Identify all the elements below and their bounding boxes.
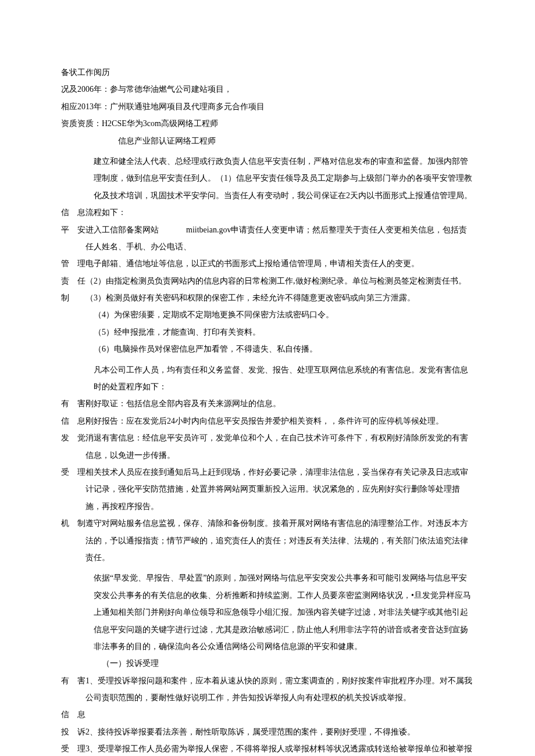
s2-p6: 遵守对网站服务信息监视，保存、清除和备份制度。接着开展对网络有害信息的清理整治工… xyxy=(85,515,474,566)
s2-p5: 相关技术人员应在接到通知后马上赶到现场，作好必要记录，清理非法信息，妥当保存有关… xyxy=(85,464,474,515)
s1-p6: （3）检测员做好有关密码和权限的保密工作，未经允许不得随意更改密码或向第三方泄露… xyxy=(85,289,474,306)
s3-sub1: （一）投诉受理 xyxy=(61,655,474,672)
s1-label5: 制 xyxy=(61,289,85,306)
s2-p3: 刚好报告：应在发觉后24小时内向信息平安员报告并爱护相关资料，，条件许可的应停机… xyxy=(85,413,474,429)
s2-p2: 刚好取证：包括信息全部内容及有关来源网址的信息。 xyxy=(85,395,474,412)
s1-label4: 责任 xyxy=(61,273,85,289)
s1-p1: 建立和健全法人代表、总经理或行政负责人信息平安责任制，严格对信息发布的审查和监督… xyxy=(61,153,474,204)
s2-p1: 凡本公司工作人员，均有责任和义务监督、发觉、报告、处理互联网信息系统的有害信息。… xyxy=(61,361,474,396)
s2-label3: 发觉 xyxy=(61,429,85,446)
header-l1-left: 备状 xyxy=(61,68,77,77)
header-block: 备状工作阅历 况及2006年：参与常德华油燃气公司建站项目， 相应2013年：广… xyxy=(61,64,474,149)
header-l4-right: 资质：H2CSE华为3com高级网络工程师 xyxy=(77,119,218,128)
s2-label1: 有害 xyxy=(61,395,85,412)
section1: 建立和健全法人代表、总经理或行政负责人信息平安责任制，严格对信息发布的审查和监督… xyxy=(61,153,474,358)
s3-p1: 依据“早发觉、早报告、早处置”的原则，加强对网络与信息平安突发公共事务和可能引发… xyxy=(61,569,474,655)
s1-label1: 信息 xyxy=(61,204,85,221)
s2-label5: 机制 xyxy=(61,515,85,532)
section2: 凡本公司工作人员，均有责任和义务监督、发觉、报告、处理互联网信息系统的有害信息。… xyxy=(61,361,474,567)
s2-label4: 受理 xyxy=(61,464,85,481)
header-l2-right: 2006年：参与常德华油燃气公司建站项目， xyxy=(77,85,232,94)
s1-label3: 管理 xyxy=(61,255,85,272)
s3-label4: 受理 xyxy=(61,740,85,756)
s3-label3: 投诉 xyxy=(61,723,85,740)
s3-p3: 2、接待投诉举报要看法亲善，耐性听取陈诉，属受理范围的案件，要刚好受理，不得推诿… xyxy=(85,723,474,740)
s3-p2: 1、受理投诉举报问题和案件，应本着从速从快的原则，需立案调查的，刚好按案件审批程… xyxy=(85,676,472,702)
s3-p4: 3、受理举报工作人员必需为举报人保密，不得将举报人或举报材料等状况透露或转送给被… xyxy=(85,740,474,756)
s3-label1: 有害 xyxy=(61,672,85,689)
header-l3-left: 相应 xyxy=(61,102,77,111)
s1-label2: 平安 xyxy=(61,221,85,238)
s2-p4: 消退有害信息：经信息平安员许可，发觉单位和个人，在自己技术许可条件下，有权刚好清… xyxy=(85,429,474,464)
header-l2-left: 况及 xyxy=(61,85,77,94)
s1-p9: （6）电脑操作员对保密信息严加看管，不得遗失、私自传播。 xyxy=(61,341,474,357)
header-l5: 信息产业部认证网络工程师 xyxy=(61,132,474,149)
s3-label2: 信息 xyxy=(61,706,85,723)
s1-p2: 流程如下： xyxy=(85,204,474,221)
s1-p4: 电子邮箱、通信地址等信息，以正式的书面形式上报给通信管理局，申请相关责任人的变更… xyxy=(85,255,474,272)
header-l1-right: 工作阅历 xyxy=(77,68,110,77)
header-l3-right: 2013年：广州联通驻地网项目及代理商多元合作项目 xyxy=(77,102,265,111)
header-l4-left: 资质 xyxy=(61,119,77,128)
s1-p7: （4）为保密须要，定期或不定期地更换不同保密方法或密码口令。 xyxy=(61,306,474,323)
s1-p5: （2）由指定检测员负责网站内的信息内容的日常检测工作,做好检测纪录。单位与检测员… xyxy=(85,273,474,289)
document-body: 备状工作阅历 况及2006年：参与常德华油燃气公司建站项目， 相应2013年：广… xyxy=(61,64,474,756)
s1-p3a: 进入工信部备案网站 xyxy=(85,225,159,234)
s1-p8: （5）经申报批准，才能查询、打印有关资料。 xyxy=(61,324,474,341)
s2-label2: 信息 xyxy=(61,413,85,429)
section3: 依据“早发觉、早报告、早处置”的原则，加强对网络与信息平安突发公共事务和可能引发… xyxy=(61,569,474,756)
